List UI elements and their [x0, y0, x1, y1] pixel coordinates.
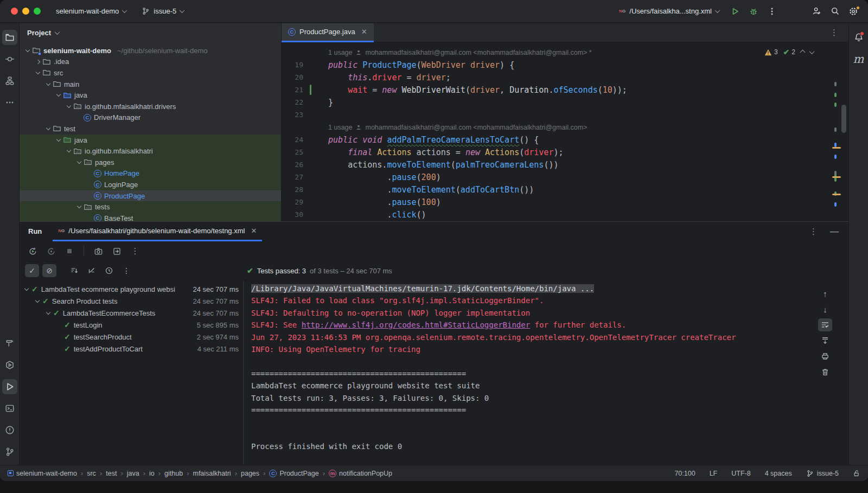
git-branch-widget[interactable]: issue-5 — [806, 470, 839, 477]
file-encoding[interactable]: UTF-8 — [731, 470, 750, 477]
breadcrumb-item-src[interactable]: src — [87, 470, 96, 477]
next-occurrence-button[interactable]: ↓ — [818, 303, 832, 316]
project-panel-header[interactable]: Project — [20, 23, 281, 42]
version-control-tool-button[interactable] — [2, 444, 17, 459]
editor-tab-productpage[interactable]: C ProductPage.java ✕ — [282, 23, 374, 42]
close-icon[interactable]: ✕ — [251, 227, 257, 235]
indent-style[interactable]: 4 spaces — [765, 470, 792, 477]
chevron-down-icon[interactable] — [56, 92, 61, 97]
editor-scrollbar[interactable] — [841, 105, 846, 133]
code-line-29[interactable]: 29 .pause(100) — [282, 196, 832, 208]
line-number[interactable]: 23 — [282, 111, 303, 119]
test-history-button[interactable] — [102, 264, 116, 277]
line-number[interactable]: 28 — [282, 185, 303, 194]
chevron-down-icon[interactable] — [77, 159, 81, 163]
chevron-down-icon[interactable] — [46, 310, 50, 314]
search-everywhere-button[interactable] — [827, 4, 843, 19]
chevron-down-icon[interactable] — [46, 81, 50, 85]
more-actions-button[interactable] — [764, 4, 780, 19]
code-line-22[interactable]: 22} — [282, 96, 832, 108]
code-line-21[interactable]: 21 wait = new WebDriverWait(driver, Dura… — [282, 84, 832, 96]
problems-tool-button[interactable] — [2, 422, 17, 438]
chevron-down-icon[interactable] — [25, 48, 30, 52]
close-window-button[interactable] — [11, 8, 18, 15]
test-item-testaddproducttocart[interactable]: ✓testAddProductToCart4 sec 211 ms — [20, 343, 243, 355]
import-test-results-button[interactable] — [109, 244, 124, 258]
tree-item-src[interactable]: src — [20, 67, 281, 79]
run-tool-button[interactable] — [2, 379, 17, 394]
breadcrumb-item-notificationpopup[interactable]: mnotificationPopUp — [329, 470, 392, 477]
read-write-lock[interactable] — [853, 470, 860, 477]
test-item-lambdatest-ecommerce-playground-websi[interactable]: ✓LambdaTest ecommerce playground websi24… — [20, 283, 243, 295]
show-passed-button[interactable]: ✓ — [25, 264, 39, 277]
chevron-right-icon[interactable] — [36, 60, 40, 64]
code-usage-hint[interactable]: 1 usagemohammadfaisalkhatri@gmail.com <m… — [282, 46, 832, 59]
tree-item-tests[interactable]: tests — [20, 201, 281, 213]
rerun-button[interactable] — [25, 244, 40, 258]
close-icon[interactable]: ✕ — [361, 28, 367, 36]
tree-item-pages[interactable]: pages — [20, 157, 281, 168]
tree-item-java[interactable]: java — [20, 135, 281, 146]
build-tool-button[interactable] — [2, 336, 17, 351]
chevron-down-icon[interactable] — [46, 126, 50, 130]
code-line-20[interactable]: 20 this.driver = driver; — [282, 71, 832, 84]
run-button[interactable] — [727, 4, 743, 19]
tree-item-io-github-mfaisalkhatri[interactable]: io.github.mfaisalkhatri — [20, 145, 281, 157]
breadcrumb-item-mfaisalkhatri[interactable]: mfaisalkhatri — [193, 470, 231, 477]
code-line-19[interactable]: 19public ProductPage(WebDriver driver) { — [282, 59, 832, 71]
tree-item-productpage[interactable]: CProductPage — [20, 190, 281, 202]
code-line-27[interactable]: 27 .pause(200) — [282, 171, 832, 183]
tree-item-selenium-wait-demo[interactable]: selenium-wait-demo~/github/selenium-wait… — [20, 45, 281, 56]
test-item-testsearchproduct[interactable]: ✓testSearchProduct2 sec 974 ms — [20, 331, 243, 343]
tree-item--idea[interactable]: .idea — [20, 56, 281, 68]
notifications-button[interactable] — [851, 30, 866, 45]
breadcrumb-item-github[interactable]: github — [164, 470, 183, 477]
filter-more-button[interactable]: ⋮ — [119, 264, 133, 277]
breadcrumb-item-pages[interactable]: pages — [241, 470, 259, 477]
chevron-down-icon[interactable] — [35, 298, 40, 302]
tree-item-drivermanager[interactable]: CDriverManager — [20, 112, 281, 124]
tree-item-basetest[interactable]: CBaseTest — [20, 213, 281, 221]
tree-item-homepage[interactable]: CHomePage — [20, 168, 281, 180]
project-switcher[interactable]: selenium-wait-demo — [50, 4, 132, 18]
print-button[interactable] — [818, 350, 832, 363]
usage-hint-text[interactable]: 1 usagemohammadfaisalkhatri@gmail.com <m… — [328, 49, 592, 56]
line-number[interactable]: 27 — [282, 173, 303, 181]
code-line-24[interactable]: 24public void addPalmTreoCameraLensToCar… — [282, 133, 832, 146]
tree-item-loginpage[interactable]: CLoginPage — [20, 179, 281, 190]
chevron-down-icon[interactable] — [77, 204, 81, 208]
line-number[interactable]: 19 — [282, 61, 303, 69]
prev-occurrence-button[interactable]: ↑ — [818, 287, 832, 300]
breadcrumb-item-test[interactable]: test — [106, 470, 117, 477]
stop-button[interactable] — [62, 244, 77, 258]
line-separator[interactable]: LF — [710, 470, 718, 477]
soft-wrap-button[interactable] — [818, 318, 832, 331]
breadcrumb-item-selenium-wait-demo[interactable]: selenium-wait-demo — [8, 470, 77, 477]
chevron-down-icon[interactable] — [67, 104, 71, 108]
line-number[interactable]: 25 — [282, 148, 303, 156]
code-line-26[interactable]: 26 actions.moveToElement(palmTreoCameraL… — [282, 158, 832, 171]
run-options-button[interactable]: ⋮ — [809, 227, 818, 236]
rerun-failed-tests-button[interactable] — [43, 244, 59, 258]
console-link[interactable]: http://www.slf4j.org/codes.html#StaticLo… — [302, 321, 530, 329]
more-tool-windows-button[interactable] — [2, 95, 17, 110]
code-with-me-button[interactable] — [808, 4, 825, 19]
usage-hint-text[interactable]: 1 usagemohammadfaisalkhatri@gmail.com <m… — [328, 124, 587, 131]
test-snapshot-button[interactable] — [91, 244, 106, 258]
tree-item-test[interactable]: test — [20, 123, 281, 135]
tree-item-main[interactable]: main — [20, 79, 281, 90]
minimize-window-button[interactable] — [22, 8, 29, 15]
settings-button[interactable] — [845, 4, 861, 19]
code-usage-hint[interactable]: 1 usagemohammadfaisalkhatri@gmail.com <m… — [282, 121, 832, 133]
code-line-28[interactable]: 28 .moveToElement(addToCartBtn()) — [282, 183, 832, 196]
run-configuration-selector[interactable]: NG /Users/faisalkha...stng.xml — [614, 4, 725, 18]
chevron-down-icon[interactable] — [36, 70, 40, 74]
code-line-25[interactable]: 25 final Actions actions = new Actions(d… — [282, 146, 832, 158]
breadcrumb-item-productpage[interactable]: CProductPage — [269, 470, 318, 477]
maven-tool-button[interactable]: m — [851, 52, 866, 67]
test-item-search-product-tests[interactable]: ✓Search Product tests24 sec 707 ms — [20, 295, 243, 307]
breadcrumb-item-java[interactable]: java — [127, 470, 139, 477]
code-area[interactable]: 1 usagemohammadfaisalkhatri@gmail.com <m… — [282, 46, 832, 221]
chevron-down-icon[interactable] — [67, 148, 71, 152]
test-item-lambdatestecommercetests[interactable]: ✓LambdaTestEcommerceTests24 sec 707 ms — [20, 307, 243, 319]
